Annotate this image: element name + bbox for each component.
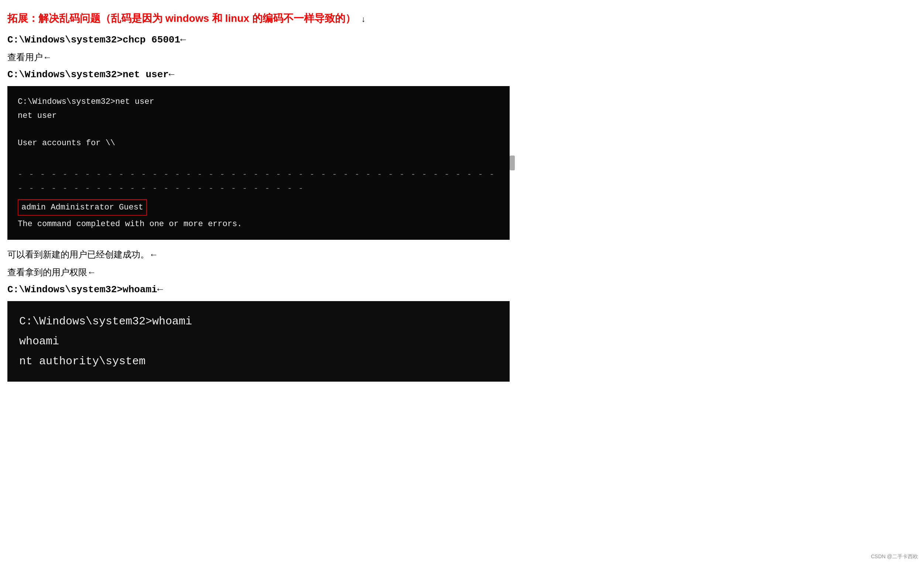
terminal-block-2: C:\Windows\system32>whoami whoami nt aut… — [8, 301, 510, 381]
terminal1-line3 — [18, 123, 499, 136]
terminal1-line4: User accounts for \\ — [18, 136, 499, 150]
title-arrow: ↓ — [361, 14, 365, 24]
chinese-text-1: 查看用户← — [8, 51, 510, 63]
section-title: 拓展：解决乱码问题（乱码是因为 windows 和 linux 的编码不一样导致… — [8, 11, 510, 26]
terminal1-users-line: admin Administrator Guest — [18, 199, 499, 216]
terminal1-line5 — [18, 150, 499, 164]
terminal1-error-line: The command completed with one or more e… — [18, 217, 499, 231]
chinese-text-3: 查看拿到的用户权限← — [8, 266, 510, 278]
terminal2-line1: C:\Windows\system32>whoami — [19, 311, 498, 332]
scrollbar[interactable] — [510, 156, 515, 170]
cmd1-text: C:\Windows\system32>chcp 65001← — [8, 35, 510, 45]
terminal-block-1: C:\Windows\system32>net user net user Us… — [8, 86, 510, 240]
terminal2-line3: nt authority\system — [19, 351, 498, 371]
cmd3-text: C:\Windows\system32>whoami← — [8, 284, 510, 295]
terminal1-line1: C:\Windows\system32>net user — [18, 95, 499, 109]
users-highlight-box: admin Administrator Guest — [18, 199, 147, 216]
title-red-text: 拓展：解决乱码问题（乱码是因为 windows 和 linux 的编码不一样导致… — [8, 12, 356, 24]
chinese-text-2: 可以看到新建的用户已经创建成功。← — [8, 249, 510, 260]
cmd2-text: C:\Windows\system32>net user← — [8, 69, 510, 80]
terminal1-dashes: - - - - - - - - - - - - - - - - - - - - … — [18, 168, 499, 195]
terminal1-line2: net user — [18, 109, 499, 123]
terminal2-line2: whoami — [19, 332, 498, 351]
